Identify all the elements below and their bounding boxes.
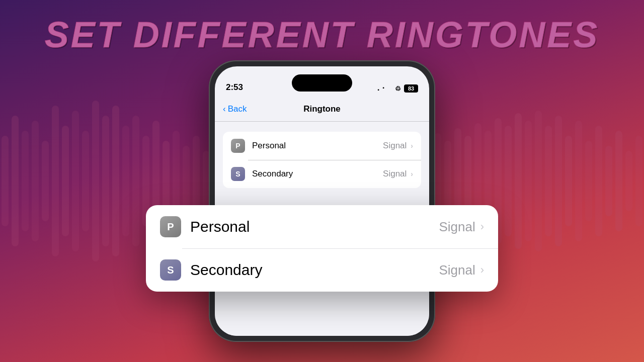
page-title-container: SET DIFFERENT RINGTONES xyxy=(0,14,644,55)
personal-chevron-icon: › xyxy=(411,142,413,150)
page-title: SET DIFFERENT RINGTONES xyxy=(0,14,644,55)
expanded-item-secondary[interactable]: S Secondary Signal › xyxy=(146,248,498,292)
signal-icon: ⠄⠂⠀ xyxy=(377,85,392,93)
wifi-icon: ♲ xyxy=(395,85,401,93)
battery-icon: 83 xyxy=(404,84,418,93)
expanded-card: P Personal Signal › S Secondary Signal › xyxy=(146,205,498,292)
nav-back-button[interactable]: ‹ Back xyxy=(223,104,247,114)
phone-screen: 2:53 ⠄⠂⠀ ♲ 83 ‹ Back Ringtone xyxy=(215,66,429,336)
expanded-secondary-icon: S xyxy=(160,259,181,281)
back-chevron-icon: ‹ xyxy=(223,104,226,114)
expanded-personal-chevron-icon: › xyxy=(480,220,484,233)
personal-value: Signal xyxy=(383,141,407,151)
expanded-secondary-chevron-icon: › xyxy=(480,263,484,277)
list-item-personal[interactable]: P Personal Signal › xyxy=(223,132,421,160)
list-item-secondary[interactable]: S Secondary Signal › xyxy=(223,160,421,188)
status-time: 2:53 xyxy=(226,82,243,93)
expanded-secondary-value: Signal xyxy=(439,262,475,278)
expanded-personal-value: Signal xyxy=(439,219,475,235)
expanded-item-personal[interactable]: P Personal Signal › xyxy=(146,205,498,248)
expanded-personal-label: Personal xyxy=(190,218,439,235)
secondary-value: Signal xyxy=(383,169,407,179)
personal-app-icon: P xyxy=(231,139,245,153)
dynamic-island xyxy=(292,74,352,92)
nav-bar: ‹ Back Ringtone xyxy=(215,97,429,122)
status-icons: ⠄⠂⠀ ♲ 83 xyxy=(377,84,418,93)
nav-title: Ringtone xyxy=(303,104,341,114)
personal-label: Personal xyxy=(252,141,383,151)
secondary-label: Secondary xyxy=(252,169,383,179)
expanded-personal-icon: P xyxy=(160,216,181,237)
ringtone-list: P Personal Signal › S Secondary Signal › xyxy=(223,132,421,188)
secondary-chevron-icon: › xyxy=(411,170,413,178)
secondary-app-icon: S xyxy=(231,167,245,181)
phone-body: 2:53 ⠄⠂⠀ ♲ 83 ‹ Back Ringtone xyxy=(209,60,435,342)
back-label: Back xyxy=(228,104,247,114)
expanded-secondary-label: Secondary xyxy=(190,261,439,279)
phone-mockup: 2:53 ⠄⠂⠀ ♲ 83 ‹ Back Ringtone xyxy=(209,60,435,342)
